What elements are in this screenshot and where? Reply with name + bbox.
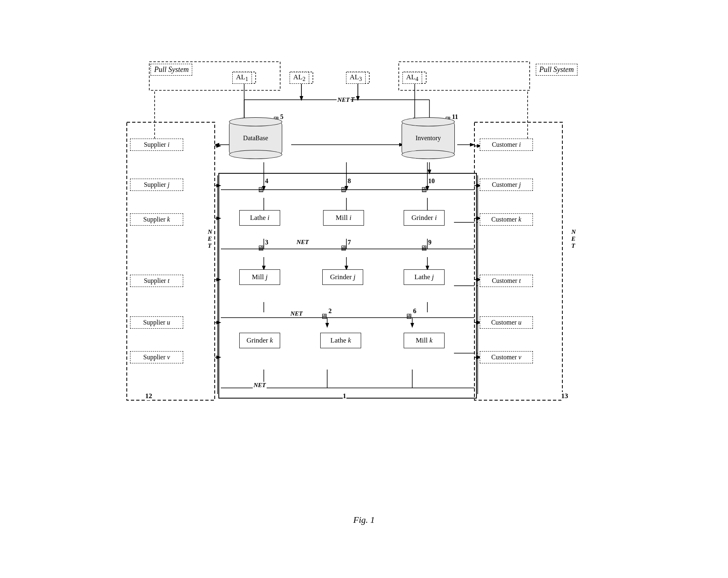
grinder-i-box: Grinder i (404, 210, 445, 226)
grinder-j-box: Grinder j (322, 269, 363, 285)
computer-8: 🖥 (339, 186, 347, 194)
customer-j-box: Customer j (480, 179, 533, 191)
num-10: 10 (428, 177, 435, 185)
inv-number: 11 (452, 113, 458, 121)
supplier-i-box: Supplier i (130, 139, 183, 151)
computer-2: 🖥 (320, 312, 328, 321)
customer-k-box: Customer k (480, 213, 533, 226)
customer-v-box: Customer v (480, 351, 533, 363)
al4-box: AL4 (402, 72, 422, 84)
lathe-i-box: Lathe i (239, 210, 280, 226)
num-4: 4 (265, 177, 268, 185)
num-6: 6 (413, 307, 416, 315)
arrows-svg: NET (119, 53, 609, 502)
database-cylinder: DataBase (229, 117, 282, 159)
grinder-k-box: Grinder k (239, 333, 280, 348)
num-2: 2 (328, 307, 332, 315)
figure-label: Fig. 1 (353, 515, 375, 525)
computer-10: 🖥 (420, 186, 427, 194)
pull-system-right: Pull System (536, 64, 577, 76)
pull-system-left: Pull System (151, 64, 192, 76)
customer-i-box: Customer i (480, 139, 533, 151)
lathe-k-box: Lathe k (320, 333, 361, 348)
computer-9: 🖥 (420, 244, 427, 253)
supplier-v-box: Supplier v (130, 351, 183, 363)
num-13: 13 (561, 392, 568, 400)
net-row23-label: NET (290, 310, 303, 317)
net-top-label: NET (337, 96, 351, 103)
al1-box: AL1 (232, 72, 252, 84)
computer-3: 🖥 (257, 244, 264, 253)
computer-6: 🖥 (405, 312, 412, 321)
supplier-t-box: Supplier t (130, 275, 183, 287)
net-right-label: NET (571, 229, 577, 249)
net-bottom-label: NET (253, 382, 267, 389)
inventory-cylinder: Inventory (402, 117, 455, 159)
computer-7: 🖥 (339, 244, 347, 253)
mill-j-box: Mill j (239, 269, 280, 285)
al3-box: AL3 (346, 72, 366, 84)
supplier-k-box: Supplier k (130, 213, 183, 226)
num-1: 1 (343, 392, 346, 400)
num-8: 8 (348, 177, 351, 185)
customer-u-box: Customer u (480, 316, 533, 329)
db-number: 5 (280, 113, 283, 121)
supplier-u-box: Supplier u (130, 316, 183, 329)
lathe-j-box: Lathe j (404, 269, 445, 285)
net-row12-label: NET (296, 239, 310, 246)
diagram: NET (119, 53, 609, 502)
mill-k-box: Mill k (404, 333, 445, 348)
mill-i-box: Mill i (323, 210, 364, 226)
num-12: 12 (145, 392, 152, 400)
num-9: 9 (428, 239, 431, 246)
num-7: 7 (348, 239, 351, 246)
supplier-j-box: Supplier j (130, 179, 183, 191)
customer-t-box: Customer t (480, 275, 533, 287)
num-3: 3 (265, 239, 268, 246)
computer-4: 🖥 (257, 186, 264, 194)
net-left-label: NET (208, 229, 213, 249)
al2-box: AL2 (290, 72, 309, 84)
svg-rect-42 (219, 173, 476, 398)
